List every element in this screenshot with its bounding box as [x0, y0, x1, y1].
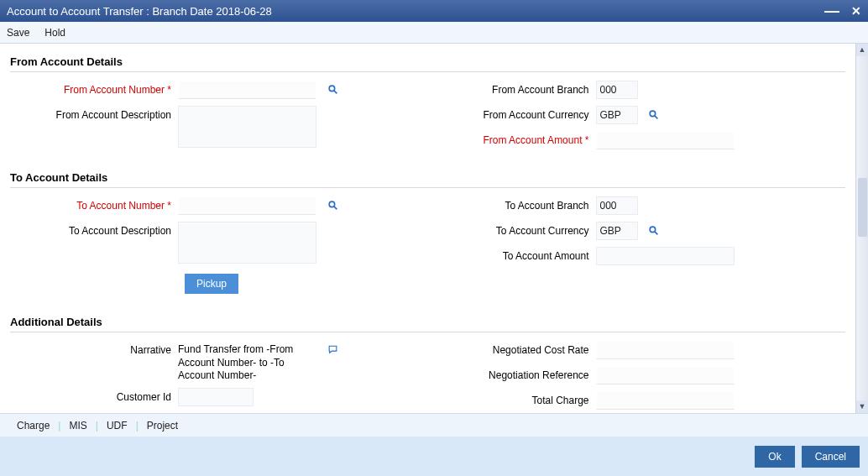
customer-id-row: Customer Id — [10, 388, 428, 408]
to-account-number-label: To Account Number — [10, 196, 178, 212]
customer-id-label: Customer Id — [10, 388, 178, 403]
from-branch-input[interactable] — [596, 81, 638, 99]
from-currency-row: From Account Currency — [428, 106, 846, 126]
tab-charge[interactable]: Charge — [8, 420, 58, 432]
additional-col-right: Negotiated Cost Rate Negotiation Referen… — [428, 341, 846, 413]
from-branch-label: From Account Branch — [428, 81, 596, 96]
svg-line-3 — [655, 116, 657, 118]
svg-point-2 — [650, 111, 656, 117]
svg-line-1 — [334, 91, 337, 93]
cancel-button[interactable]: Cancel — [802, 446, 860, 468]
to-currency-input[interactable] — [596, 222, 638, 240]
section-body-from: From Account Number From Account Descrip… — [10, 81, 845, 151]
tab-udf[interactable]: UDF — [98, 420, 136, 432]
minimize-icon[interactable]: — — [824, 7, 839, 15]
negotiated-cost-rate-label: Negotiated Cost Rate — [428, 341, 596, 356]
speech-bubble-icon[interactable] — [325, 341, 340, 356]
section-body-additional: Narrative Fund Transfer from -From Accou… — [10, 341, 845, 413]
narrative-row: Narrative Fund Transfer from -From Accou… — [10, 341, 428, 383]
menu-hold[interactable]: Hold — [44, 27, 65, 39]
negotiated-cost-rate-row: Negotiated Cost Rate — [428, 341, 846, 361]
from-account-number-input[interactable] — [178, 81, 316, 99]
negotiation-reference-row: Negotiation Reference — [428, 366, 846, 386]
to-branch-row: To Account Branch — [428, 196, 846, 217]
to-branch-input[interactable] — [596, 196, 638, 215]
svg-line-5 — [334, 207, 337, 209]
to-currency-row: To Account Currency — [428, 222, 846, 242]
negotiated-cost-rate-input[interactable] — [596, 341, 735, 359]
from-currency-label: From Account Currency — [428, 106, 596, 121]
to-amount-input[interactable] — [596, 247, 735, 265]
menu-bar: Save Hold — [0, 22, 868, 44]
section-body-to: To Account Number To Account Description… — [10, 196, 845, 267]
menu-save[interactable]: Save — [7, 27, 29, 39]
from-amount-row: From Account Amount — [428, 131, 846, 151]
vertical-scrollbar[interactable]: ▲ ▼ — [855, 44, 868, 413]
section-header-additional: Additional Details — [10, 311, 845, 332]
to-amount-row: To Account Amount — [428, 247, 846, 267]
customer-id-input[interactable] — [178, 388, 254, 406]
from-account-number-row: From Account Number — [10, 81, 428, 101]
tab-project[interactable]: Project — [139, 420, 186, 432]
search-icon[interactable] — [646, 222, 661, 237]
svg-point-6 — [650, 227, 656, 233]
to-currency-label: To Account Currency — [428, 222, 596, 237]
section-header-to: To Account Details — [10, 166, 845, 188]
to-description-label: To Account Description — [10, 222, 178, 237]
from-currency-input[interactable] — [596, 106, 638, 124]
svg-line-7 — [655, 232, 657, 234]
from-description-row: From Account Description — [10, 106, 428, 148]
to-description-input[interactable] — [178, 222, 316, 264]
scroll-down-icon[interactable]: ▼ — [856, 400, 868, 413]
from-description-label: From Account Description — [10, 106, 178, 121]
to-col-right: To Account Branch To Account Currency To… — [428, 196, 846, 267]
from-col-left: From Account Number From Account Descrip… — [10, 81, 428, 151]
to-account-number-row: To Account Number — [10, 196, 428, 217]
to-account-number-input[interactable] — [178, 196, 316, 215]
search-icon[interactable] — [325, 196, 340, 212]
action-bar: Ok Cancel — [0, 437, 868, 476]
to-branch-label: To Account Branch — [428, 196, 596, 212]
form-scroll: From Account Details From Account Number… — [0, 44, 855, 413]
ok-button[interactable]: Ok — [755, 446, 794, 468]
total-charge-row: Total Charge — [428, 391, 846, 411]
section-header-from: From Account Details — [10, 50, 845, 72]
close-icon[interactable]: ✕ — [851, 4, 861, 18]
additional-col-left: Narrative Fund Transfer from -From Accou… — [10, 341, 428, 413]
total-charge-label: Total Charge — [428, 391, 596, 406]
from-amount-label: From Account Amount — [428, 131, 596, 146]
scroll-up-icon[interactable]: ▲ — [856, 44, 868, 56]
pickup-button[interactable]: Pickup — [185, 274, 238, 294]
from-amount-input[interactable] — [596, 131, 735, 149]
to-description-row: To Account Description — [10, 222, 428, 264]
tab-mis[interactable]: MIS — [60, 420, 95, 432]
svg-point-4 — [329, 201, 335, 207]
search-icon[interactable] — [325, 81, 340, 96]
from-branch-row: From Account Branch — [428, 81, 846, 101]
scrollbar-thumb[interactable] — [858, 178, 867, 237]
total-charge-input[interactable] — [596, 391, 735, 410]
window-controls: — ✕ — [824, 4, 861, 18]
title-bar: Account to Account Transfer : Branch Dat… — [0, 0, 868, 22]
from-description-input[interactable] — [178, 106, 316, 148]
window-title: Account to Account Transfer : Branch Dat… — [7, 5, 272, 18]
svg-point-0 — [329, 86, 335, 92]
from-account-number-label: From Account Number — [10, 81, 178, 96]
narrative-label: Narrative — [10, 341, 178, 356]
to-col-left: To Account Number To Account Description — [10, 196, 428, 267]
search-icon[interactable] — [646, 106, 661, 121]
to-amount-label: To Account Amount — [428, 247, 596, 262]
subtabs-bar: Charge | MIS | UDF | Project — [0, 413, 868, 437]
from-col-right: From Account Branch From Account Currenc… — [428, 81, 846, 151]
narrative-value: Fund Transfer from -From Account Number-… — [178, 341, 316, 383]
negotiation-reference-input[interactable] — [596, 366, 735, 384]
content-area: From Account Details From Account Number… — [0, 44, 868, 413]
negotiation-reference-label: Negotiation Reference — [428, 366, 596, 381]
